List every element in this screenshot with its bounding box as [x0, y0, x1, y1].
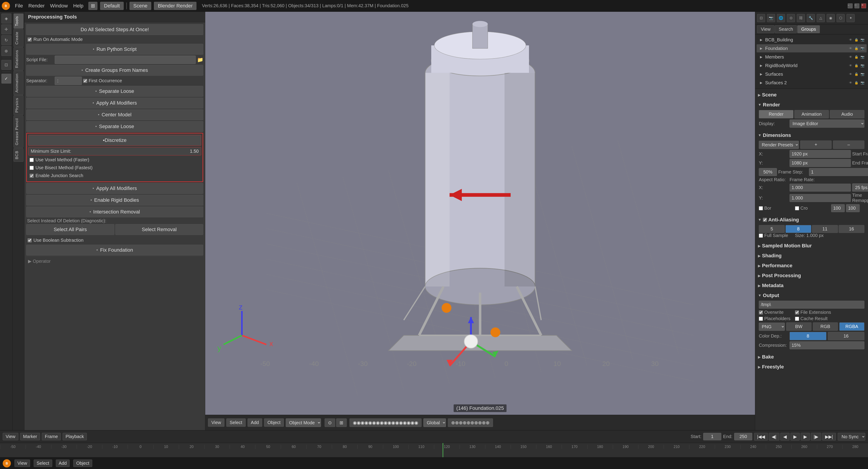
rgb-btn[interactable]: RGB: [813, 323, 838, 331]
vp-extra-btns[interactable]: ⊕⊕⊕⊕⊕⊕⊕⊕⊕⊕: [448, 418, 493, 427]
tool-icon-rotate[interactable]: ↻: [1, 35, 11, 45]
aa-16-btn[interactable]: 16: [839, 225, 865, 233]
btn-intersection-removal[interactable]: • Intersection Removal: [26, 206, 203, 217]
compression-input[interactable]: 15%: [789, 341, 864, 349]
motion-blur-header[interactable]: ▶ Sampled Motion Blur: [757, 241, 866, 250]
shading-header[interactable]: ▶ Shading: [757, 252, 866, 260]
layer-render-surfaces2[interactable]: 📷: [860, 80, 865, 85]
layer-eye-rigidbody[interactable]: 👁: [848, 63, 852, 68]
next-frame-btn[interactable]: ▶: [801, 433, 810, 440]
menu-help[interactable]: Help: [71, 2, 86, 10]
maximize-button[interactable]: □: [855, 3, 860, 8]
render-header[interactable]: ▼ Render: [757, 101, 866, 109]
freestyle-header[interactable]: ▶ Freestyle: [757, 363, 866, 371]
btn-separate-loose-1[interactable]: • Separate Loose: [26, 86, 203, 97]
rgba-btn[interactable]: RGBA: [839, 323, 864, 331]
rp-icon-texture[interactable]: ⬡: [837, 14, 845, 22]
ax-input[interactable]: [789, 184, 851, 192]
layer-eye-foundation[interactable]: 👁: [848, 46, 852, 51]
btn-apply-modifiers-2[interactable]: • Apply All Modifiers: [26, 183, 203, 194]
tl-marker-btn[interactable]: Marker: [20, 433, 40, 440]
btn-center-model[interactable]: • Center Model: [26, 109, 203, 120]
frame-step-input[interactable]: [809, 168, 868, 176]
post-processing-header[interactable]: ▶ Post Processing: [757, 271, 866, 280]
rp-icon-data[interactable]: △: [817, 14, 825, 22]
vp-object-btn[interactable]: Object: [264, 418, 284, 427]
bake-header[interactable]: ▶ Bake: [757, 353, 866, 361]
side-tab-create[interactable]: Create: [13, 29, 24, 47]
layer-render-members[interactable]: 📷: [860, 55, 865, 59]
close-button[interactable]: ✕: [861, 3, 866, 8]
new-val-input[interactable]: [846, 204, 860, 212]
voxel-checkbox[interactable]: [30, 158, 34, 162]
cro-checkbox[interactable]: [795, 206, 799, 210]
full-sample-checkbox[interactable]: [759, 234, 763, 238]
menu-window[interactable]: Window: [48, 2, 70, 10]
placeholders-checkbox[interactable]: [759, 317, 763, 321]
vp-view-btn[interactable]: View: [208, 418, 224, 427]
vp-pivot-select[interactable]: Global: [423, 418, 446, 427]
layer-foundation[interactable]: ▶ Foundation 👁 🔒 📷: [756, 44, 867, 53]
cache-checkbox[interactable]: [795, 317, 799, 321]
btn-discretize[interactable]: • Discretize: [28, 135, 201, 146]
layer-render-foundation[interactable]: 📷: [860, 46, 865, 51]
rp-tab-view[interactable]: View: [757, 25, 774, 33]
bisect-checkbox[interactable]: [30, 166, 34, 170]
sync-select[interactable]: No Sync: [838, 433, 865, 440]
btn-separate-loose-2[interactable]: • Separate Loose: [26, 121, 203, 132]
side-tab-tools[interactable]: Tools: [13, 13, 24, 29]
rp-icon-render[interactable]: 📷: [767, 14, 775, 22]
status-select[interactable]: Select: [34, 460, 52, 467]
btn-run-python[interactable]: • Run Python Script: [26, 44, 203, 55]
tool-icon-scale[interactable]: ⊕: [1, 46, 11, 56]
render-presets-select[interactable]: Render Presets: [759, 141, 799, 149]
scene-header[interactable]: ▶ Scene: [757, 91, 866, 99]
minimize-button[interactable]: –: [848, 3, 852, 8]
output-path-input[interactable]: /tmp\: [759, 301, 864, 309]
aa-checkbox[interactable]: [763, 218, 767, 222]
bw-btn[interactable]: BW: [786, 323, 811, 331]
vp-render-icons[interactable]: ◉◉◉◉◉◉◉◉◉◉◉◉◉◉◉◉◉: [349, 418, 422, 427]
3d-viewport[interactable]: User Persp: [205, 12, 755, 430]
menu-file[interactable]: File: [13, 2, 25, 10]
timeline-playhead[interactable]: [442, 443, 443, 457]
script-file-browse-icon[interactable]: 📁: [197, 57, 203, 63]
layer-render-surfaces[interactable]: 📷: [860, 72, 865, 76]
scene-selector[interactable]: Scene: [129, 2, 151, 10]
color-depth-8-btn[interactable]: 8: [789, 332, 827, 340]
separator-input[interactable]: [55, 76, 82, 85]
layer-eye-surfaces2[interactable]: 👁: [848, 80, 852, 85]
operator-title[interactable]: ▶ Operator: [28, 259, 202, 264]
format-select[interactable]: PNG: [759, 323, 785, 331]
file-ext-checkbox[interactable]: [795, 310, 799, 314]
layer-lock-surfaces2[interactable]: 🔒: [854, 80, 859, 85]
color-depth-16-btn[interactable]: 16: [828, 332, 865, 340]
side-tab-grease[interactable]: Grease Pencil: [13, 116, 24, 148]
play-start-btn[interactable]: |◀◀: [754, 433, 768, 440]
layer-lock-bcb[interactable]: 🔒: [854, 37, 859, 42]
aa-8-btn[interactable]: 8: [785, 225, 811, 233]
renderer-selector[interactable]: Blender Render: [154, 2, 196, 10]
btn-fix-foundation[interactable]: • Fix Foundation: [26, 245, 203, 256]
metadata-header[interactable]: ▶ Metadata: [757, 281, 866, 290]
timeline-content[interactable]: -50 -40 -30 -20 -10 0 10 20 30 40 50 60 …: [0, 443, 868, 457]
layer-render-rigidbody[interactable]: 📷: [860, 63, 865, 68]
res-percent[interactable]: 50%: [759, 168, 777, 176]
auto-mode-checkbox[interactable]: [28, 37, 32, 41]
play-btn[interactable]: ▶: [790, 433, 800, 440]
layer-bcb-building[interactable]: ▶ BCB_Building 👁 🔒 📷: [756, 36, 867, 44]
layer-rigidbody[interactable]: ▶ RigidBodyWorld 👁 🔒 📷: [756, 62, 867, 70]
status-object[interactable]: Object: [73, 460, 92, 467]
rp-icon-world[interactable]: 🌐: [777, 14, 785, 22]
end-frame-tl[interactable]: [734, 433, 752, 440]
rp-tab-groups[interactable]: Groups: [797, 25, 820, 33]
dimensions-remove-btn[interactable]: –: [833, 140, 864, 149]
side-tab-bcb[interactable]: BCB: [13, 148, 24, 162]
output-header[interactable]: ▼ Output: [757, 291, 866, 300]
rp-icon-object[interactable]: ⊙: [787, 14, 795, 22]
performance-header[interactable]: ▶ Performance: [757, 261, 866, 270]
aa-header[interactable]: ▼ Anti-Aliasing: [757, 215, 866, 224]
layer-members[interactable]: ▶ Members 👁 🔒 📷: [756, 53, 867, 61]
fps-select[interactable]: 25 fps: [852, 183, 868, 192]
btn-select-all-pairs[interactable]: Select All Pairs: [26, 224, 114, 235]
